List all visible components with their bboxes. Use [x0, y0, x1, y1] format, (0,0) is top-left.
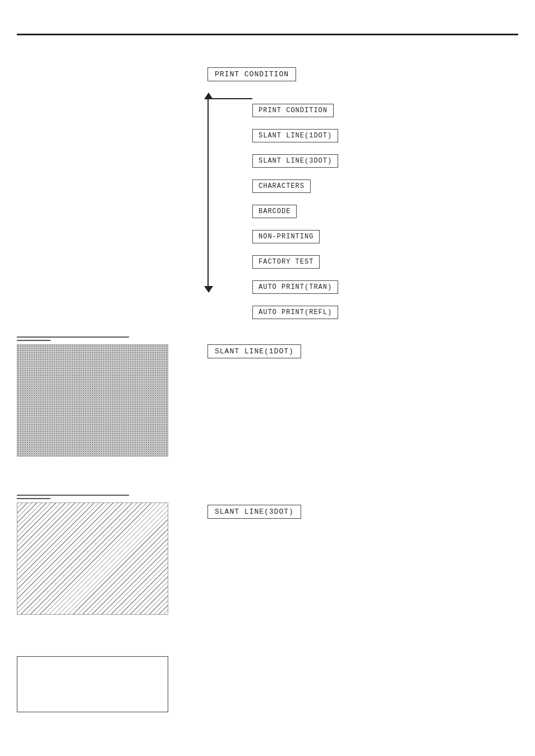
flowchart-area: PRINT CONDITION SLANT LINE(1DOT) SLANT L… [163, 98, 415, 322]
top-rule [17, 34, 518, 35]
print-condition-top-label: PRINT CONDITION [207, 67, 296, 81]
menu-item-auto-print-tran: AUTO PRINT(TRAN) [252, 280, 338, 294]
menu-item-print-condition: PRINT CONDITION [252, 104, 334, 117]
menu-item-auto-print-refl: AUTO PRINT(REFL) [252, 306, 338, 319]
slant3-lines-area [17, 495, 185, 615]
flow-horiz-line [207, 98, 252, 99]
flow-vertical-line [207, 98, 209, 289]
slant1-section-label: SLANT LINE(1DOT) [207, 344, 301, 358]
menu-item-slant-1dot: SLANT LINE(1DOT) [252, 129, 338, 142]
menu-item-barcode: BARCODE [252, 205, 297, 218]
slant3-line1 [17, 495, 129, 496]
menu-item-factory-test: FACTORY TEST [252, 255, 320, 269]
slant3-diagonal-pattern [17, 503, 168, 615]
menu-item-non-printing: NON-PRINTING [252, 230, 320, 243]
slant3-section-label: SLANT LINE(3DOT) [207, 505, 301, 519]
slant1-stipple-pattern [17, 344, 168, 457]
slant1-line1 [17, 336, 129, 338]
section-top-label: PRINT CONDITION [207, 67, 296, 81]
slant1-line2 [17, 340, 50, 341]
bottom-white-box [17, 656, 168, 712]
menu-item-characters: CHARACTERS [252, 179, 311, 193]
menu-item-slant-3dot: SLANT LINE(3DOT) [252, 154, 338, 168]
slant3-label-box: SLANT LINE(3DOT) [207, 505, 301, 519]
slant1-label-box: SLANT LINE(1DOT) [207, 344, 301, 358]
flow-arrow-bottom [204, 286, 213, 293]
slant1-lines-area [17, 336, 185, 457]
slant3-line2 [17, 498, 50, 499]
